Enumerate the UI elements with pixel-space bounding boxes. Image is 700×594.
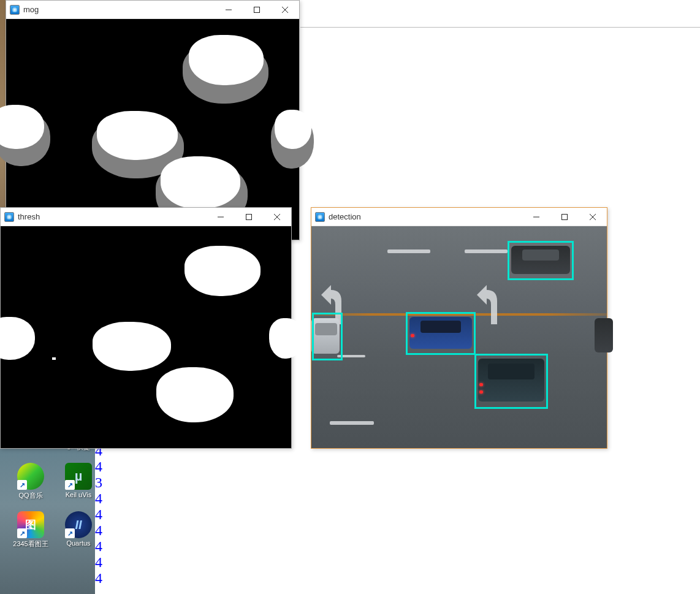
- window-mog[interactable]: mog: [6, 0, 300, 240]
- maximize-button[interactable]: [235, 208, 263, 226]
- svg-rect-5: [246, 214, 252, 219]
- close-button[interactable]: [263, 208, 291, 226]
- thresh-canvas: [1, 226, 291, 448]
- desktop-icon-keil[interactable]: µ↗ Keil uVis: [61, 463, 96, 500]
- minimize-button[interactable]: [215, 1, 243, 18]
- quartus-icon: II↗: [65, 511, 92, 538]
- minimize-button[interactable]: [207, 208, 235, 226]
- window-thresh[interactable]: thresh: [0, 207, 292, 449]
- console-line: 4: [95, 490, 102, 506]
- desktop-icon-label: 2345看图王: [13, 539, 48, 549]
- detection-bbox: [508, 241, 574, 280]
- console-line: 4: [95, 570, 102, 586]
- window-controls: [215, 1, 299, 18]
- detection-bbox: [474, 354, 548, 409]
- window-title: mog: [23, 5, 215, 14]
- desktop-icon-area: 360软件管家 YodaoDi e - 快捷 ↗ QQ音乐 µ↗ Keil uV…: [0, 447, 96, 549]
- desktop-icon-label: Keil uVis: [66, 491, 92, 498]
- console-line: 4: [95, 554, 102, 570]
- console-line: 4: [95, 538, 102, 554]
- window-controls: [522, 208, 607, 226]
- detection-canvas: [311, 226, 607, 448]
- window-title: detection: [329, 212, 522, 221]
- close-button[interactable]: [579, 208, 607, 226]
- window-titlebar[interactable]: thresh: [1, 208, 291, 226]
- window-controls: [207, 208, 291, 226]
- window-titlebar[interactable]: detection: [311, 208, 607, 226]
- lane-marking: [465, 249, 508, 253]
- window-titlebar[interactable]: mog: [6, 1, 299, 19]
- separator-line: [300, 27, 700, 28]
- desktop-icon-label: QQ音乐: [18, 491, 42, 500]
- desktop-icon-2345[interactable]: 图↗ 2345看图王: [13, 511, 48, 549]
- desktop-icon-quartus[interactable]: II↗ Quartus: [61, 511, 96, 549]
- detection-bbox: [312, 313, 343, 360]
- console-line: 4: [95, 522, 102, 538]
- detection-bbox: [406, 312, 476, 355]
- app-icon: [10, 5, 20, 15]
- window-title: thresh: [18, 212, 207, 221]
- maximize-button[interactable]: [243, 1, 271, 18]
- vehicle: [595, 318, 613, 352]
- svg-rect-9: [562, 214, 568, 219]
- desktop-icon-qqmusic[interactable]: ↗ QQ音乐: [13, 463, 48, 500]
- mog-canvas: [6, 19, 299, 240]
- lane-marking: [387, 249, 430, 253]
- console-line: 4: [95, 506, 102, 522]
- minimize-button[interactable]: [522, 208, 550, 226]
- close-button[interactable]: [271, 1, 299, 18]
- console-line: 4: [95, 459, 102, 474]
- lane-marking: [330, 421, 374, 425]
- svg-rect-1: [254, 7, 260, 12]
- road-arrow-icon: [476, 283, 506, 326]
- kantu-icon: 图↗: [17, 511, 44, 538]
- qqmusic-icon: ↗: [17, 463, 44, 490]
- console-output: 4 4 3 4 4 4 4 4 4: [95, 443, 102, 586]
- maximize-button[interactable]: [550, 208, 579, 226]
- app-icon: [4, 212, 14, 222]
- window-detection[interactable]: detection: [311, 207, 607, 449]
- app-icon: [315, 212, 325, 222]
- keil-icon: µ↗: [65, 463, 92, 490]
- console-line: 3: [95, 474, 102, 490]
- desktop-icon-label: Quartus: [66, 539, 90, 547]
